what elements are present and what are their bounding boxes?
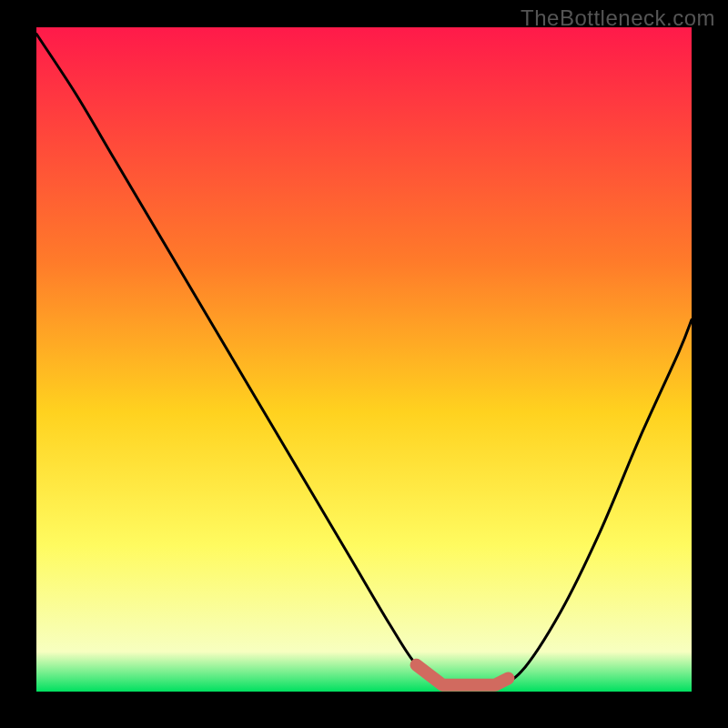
frame-right bbox=[692, 0, 728, 728]
watermark-text: TheBottleneck.com bbox=[521, 5, 715, 31]
plot-background bbox=[36, 27, 692, 692]
bottleneck-chart bbox=[0, 0, 728, 728]
chart-frame: TheBottleneck.com bbox=[0, 0, 728, 728]
frame-left bbox=[0, 0, 36, 728]
